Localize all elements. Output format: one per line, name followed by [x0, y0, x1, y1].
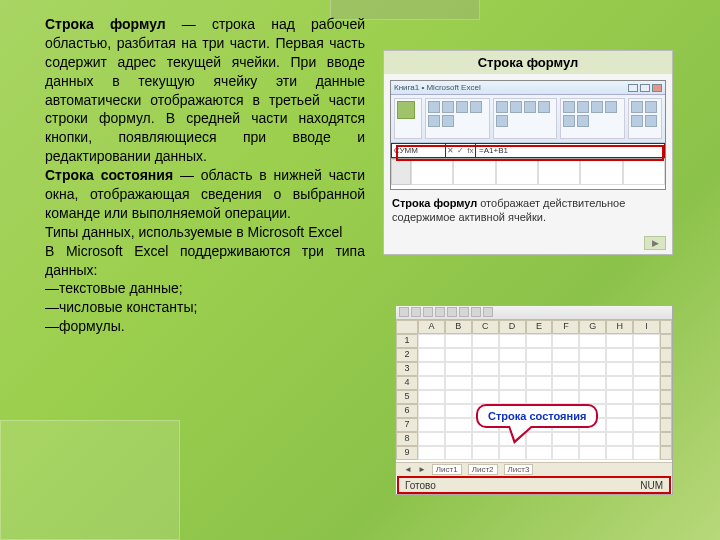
ribbon-group-font	[493, 98, 558, 139]
ribbon-group-align	[560, 98, 625, 139]
cell	[606, 418, 633, 432]
tab-nav-icon: ►	[418, 465, 426, 474]
scrollbar-track	[660, 432, 672, 446]
cell	[606, 390, 633, 404]
figure-formula-bar: Строка формул Книга1 • Microsoft Excel	[383, 50, 673, 255]
list-item-numeric-constants: —числовые константы;	[45, 298, 365, 317]
ribbon-icon	[524, 101, 536, 113]
list-item-text-data: —текстовые данные;	[45, 279, 365, 298]
scrollbar-track	[660, 376, 672, 390]
ribbon-icon	[428, 101, 440, 113]
row-header: 8	[396, 432, 418, 446]
toolbar-icon	[447, 307, 457, 317]
maximize-icon	[640, 84, 650, 92]
cell	[606, 362, 633, 376]
cell	[472, 376, 499, 390]
cell	[552, 446, 579, 460]
sheet-tab: Лист1	[432, 464, 462, 475]
cell	[579, 348, 606, 362]
paragraph-formula-bar: Строка формул — строка над рабочей облас…	[45, 15, 365, 166]
ribbon-icon	[456, 101, 468, 113]
status-right-text: NUM	[640, 480, 663, 491]
cell	[445, 348, 472, 362]
ribbon-icon	[631, 101, 643, 113]
col-head: H	[606, 320, 633, 334]
cell	[418, 418, 445, 432]
cell	[418, 390, 445, 404]
term-status-bar: Строка состояния	[45, 167, 173, 183]
ribbon-icon	[645, 115, 657, 127]
toolbar-icon	[471, 307, 481, 317]
cell	[633, 404, 660, 418]
cell	[633, 432, 660, 446]
ribbon-icon	[631, 115, 643, 127]
cell	[633, 334, 660, 348]
cell	[445, 446, 472, 460]
formula-input: =A1+B1	[476, 143, 665, 158]
cell	[496, 159, 538, 185]
cell	[472, 334, 499, 348]
ribbon-icon	[605, 101, 617, 113]
window-titlebar: Книга1 • Microsoft Excel	[391, 81, 665, 95]
toolbar-icon	[483, 307, 493, 317]
cell	[579, 376, 606, 390]
worksheet-grid: 123456789Строка состояния	[396, 334, 672, 462]
window-title-text: Книга1 • Microsoft Excel	[394, 83, 481, 92]
col-head: C	[472, 320, 499, 334]
cell	[579, 446, 606, 460]
cell	[499, 348, 526, 362]
cell	[526, 348, 553, 362]
col-head: B	[445, 320, 472, 334]
cell	[552, 390, 579, 404]
enter-icon: ✓	[457, 146, 464, 155]
cell	[418, 376, 445, 390]
col-head: F	[552, 320, 579, 334]
scrollbar-track	[660, 334, 672, 348]
cell	[606, 432, 633, 446]
caption-term: Строка формул	[392, 197, 477, 209]
tab-nav-icon: ◄	[404, 465, 412, 474]
col-head: E	[526, 320, 553, 334]
ribbon-icon	[563, 115, 575, 127]
cell	[633, 376, 660, 390]
status-bar-highlight: Готово NUM	[397, 476, 671, 494]
cell	[472, 390, 499, 404]
cell	[445, 418, 472, 432]
scrollbar-track	[660, 348, 672, 362]
cell	[579, 362, 606, 376]
row-header: 1	[396, 334, 418, 348]
row-header-stub	[391, 159, 411, 185]
sheet-tab: Лист3	[504, 464, 534, 475]
cell	[445, 432, 472, 446]
cell	[418, 348, 445, 362]
cell	[606, 334, 633, 348]
cell	[606, 376, 633, 390]
cell	[633, 446, 660, 460]
toolbar-icon	[399, 307, 409, 317]
row-header: 6	[396, 404, 418, 418]
cell	[453, 159, 495, 185]
col-head: D	[499, 320, 526, 334]
cell	[445, 376, 472, 390]
cell	[472, 432, 499, 446]
ribbon-icon	[591, 101, 603, 113]
ribbon-icon	[645, 101, 657, 113]
col-head: A	[418, 320, 445, 334]
cell	[499, 334, 526, 348]
scrollbar-track	[660, 362, 672, 376]
sheet-preview	[391, 159, 665, 185]
cell	[552, 432, 579, 446]
row-header: 9	[396, 446, 418, 460]
ribbon-icon	[538, 101, 550, 113]
scrollbar-track	[660, 446, 672, 460]
window-buttons	[628, 84, 662, 92]
cell	[526, 376, 553, 390]
ribbon-icon	[563, 101, 575, 113]
cell	[418, 334, 445, 348]
paragraph-status-bar: Строка состояния — область в нижней част…	[45, 166, 365, 223]
sheet-tabs-row: ◄ ► Лист1 Лист2 Лист3	[396, 462, 672, 476]
desc-formula-bar: — строка над рабочей областью, разбитая …	[45, 16, 365, 164]
play-icon: ▶	[644, 236, 666, 250]
cell	[418, 446, 445, 460]
cell	[472, 362, 499, 376]
